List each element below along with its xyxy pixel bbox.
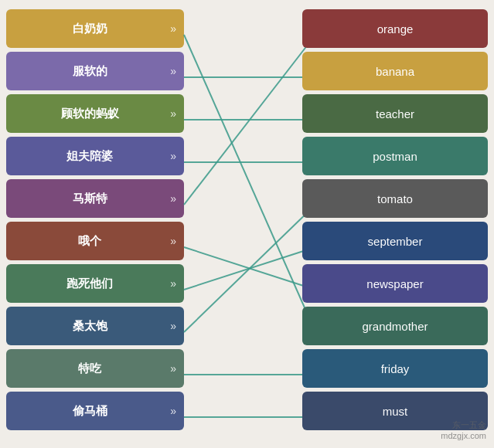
left-card-2[interactable]: 顾软的蚂蚁» — [6, 94, 184, 133]
right-card-2[interactable]: teacher — [302, 94, 488, 133]
left-card-9[interactable]: 偷马桶» — [6, 392, 184, 430]
sound-icon-9: » — [170, 405, 176, 417]
left-card-label-6: 跑死他们 — [14, 277, 165, 291]
right-card-label-7: grandmother — [362, 320, 428, 333]
left-card-label-4: 马斯特 — [14, 192, 165, 206]
left-column: 白奶奶»服软的»顾软的蚂蚁»姐夫陪婆»马斯特»哦个»跑死他们»桑太饱»特吃»偷马… — [6, 6, 184, 442]
right-card-label-5: september — [368, 235, 423, 248]
svg-line-4 — [184, 35, 315, 205]
svg-line-5 — [184, 247, 315, 290]
main-container: 白奶奶»服软的»顾软的蚂蚁»姐夫陪婆»马斯特»哦个»跑死他们»桑太饱»特吃»偷马… — [0, 0, 494, 448]
left-card-label-3: 姐夫陪婆 — [14, 149, 165, 164]
left-card-label-0: 白奶奶 — [14, 22, 165, 36]
sound-icon-5: » — [170, 235, 176, 247]
left-card-label-1: 服软的 — [14, 64, 165, 79]
left-card-7[interactable]: 桑太饱» — [6, 307, 184, 345]
sound-icon-2: » — [170, 107, 176, 120]
watermark: 东一五金mdzgjx.com — [441, 419, 486, 440]
right-card-0[interactable]: orange — [302, 9, 488, 48]
left-card-4[interactable]: 马斯特» — [6, 179, 184, 218]
svg-line-7 — [184, 205, 315, 332]
sound-icon-1: » — [170, 65, 176, 77]
left-card-1[interactable]: 服软的» — [6, 52, 184, 90]
right-card-6[interactable]: newspaper — [302, 264, 488, 303]
svg-line-0 — [184, 35, 315, 332]
left-card-5[interactable]: 哦个» — [6, 222, 184, 260]
left-card-label-7: 桑太饱 — [14, 319, 165, 334]
right-card-label-3: postman — [373, 150, 417, 163]
left-card-6[interactable]: 跑死他们» — [6, 264, 184, 303]
left-card-label-5: 哦个 — [14, 234, 165, 249]
right-card-5[interactable]: september — [302, 222, 488, 260]
sound-icon-4: » — [170, 192, 176, 205]
connection-lines — [176, 6, 323, 448]
right-card-3[interactable]: postman — [302, 137, 488, 175]
sound-icon-0: » — [170, 22, 176, 35]
sound-icon-7: » — [170, 320, 176, 332]
right-card-1[interactable]: banana — [302, 52, 488, 90]
right-card-8[interactable]: friday — [302, 349, 488, 388]
right-card-label-8: friday — [381, 362, 410, 375]
svg-line-6 — [184, 247, 315, 290]
sound-icon-3: » — [170, 150, 176, 162]
right-card-4[interactable]: tomato — [302, 179, 488, 218]
left-card-label-2: 顾软的蚂蚁 — [14, 107, 165, 121]
sound-icon-8: » — [170, 362, 176, 375]
right-card-label-1: banana — [376, 65, 414, 78]
right-card-label-6: newspaper — [366, 277, 423, 290]
left-card-3[interactable]: 姐夫陪婆» — [6, 137, 184, 175]
left-card-label-8: 特吃 — [14, 361, 165, 376]
right-card-7[interactable]: grandmother — [302, 307, 488, 345]
right-card-label-0: orange — [377, 22, 414, 36]
sound-icon-6: » — [170, 277, 176, 290]
left-card-8[interactable]: 特吃» — [6, 349, 184, 388]
right-card-label-9: must — [383, 405, 408, 418]
columns-layout: 白奶奶»服软的»顾软的蚂蚁»姐夫陪婆»马斯特»哦个»跑死他们»桑太饱»特吃»偷马… — [6, 6, 488, 442]
left-card-label-9: 偷马桶 — [14, 404, 165, 419]
right-card-label-2: teacher — [376, 107, 414, 120]
left-card-0[interactable]: 白奶奶» — [6, 9, 184, 48]
right-card-label-4: tomato — [377, 192, 413, 205]
right-column: orangebananateacherpostmantomatoseptembe… — [302, 6, 488, 430]
